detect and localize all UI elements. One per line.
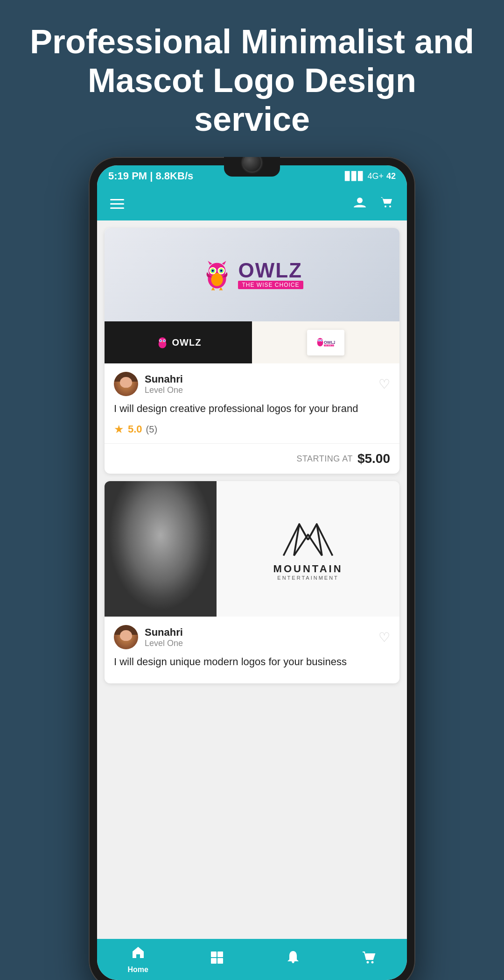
menu-line-2 [110,203,124,205]
card-1-image-area: OWLZ THE WISE CHOICE [105,228,399,363]
mountain-logo-area: MOUNTAIN ENTERTAINMENT [217,481,399,617]
header-icons [353,195,394,213]
menu-line-1 [110,199,124,200]
seller-level-1: Level One [145,385,183,395]
card-1-info: Sunahri Level One ♡ I will design creati… [105,363,399,443]
avatar-face-1 [120,377,132,388]
svg-text:OWLZ: OWLZ [324,340,335,344]
card-2-image-area: MOUNTAIN ENTERTAINMENT [105,481,399,617]
card-1-user-row: Sunahri Level One ♡ [114,372,390,396]
nav-grid[interactable] [210,950,224,969]
mountain-subtitle: ENTERTAINMENT [273,575,343,581]
seller-name-1: Sunahri [145,373,183,385]
owlz-brand-name: OWLZ [238,260,303,281]
page-header: Professional Minimalist and Mascot Logo … [0,0,504,152]
card-2-info: Sunahri Level One ♡ I will design unique… [105,617,399,683]
avatar-face-2 [120,630,132,641]
user-info-2: Sunahri Level One [145,626,183,648]
phone-wrapper: 5:19 PM | 8.8KB/s ▊▊▊ 4G+ 42 [0,152,504,980]
svg-point-2 [389,206,391,207]
card-2-user-left: Sunahri Level One [114,625,183,649]
user-icon[interactable] [353,195,367,213]
avatar-image-1 [114,372,138,396]
status-right: ▊▊▊ 4G+ 42 [345,171,396,181]
card-1-user-left: Sunahri Level One [114,372,183,396]
star-icon-1: ★ [114,423,124,436]
phone-frame: 5:19 PM | 8.8KB/s ▊▊▊ 4G+ 42 [89,157,415,980]
signal-icon: ▊▊▊ [345,171,364,181]
camera-lens [242,157,262,173]
page-title: Professional Minimalist and Mascot Logo … [28,22,476,138]
page: Professional Minimalist and Mascot Logo … [0,0,504,980]
nav-bell[interactable] [286,950,301,969]
favorite-button-1[interactable]: ♡ [378,376,390,392]
card-title-2: I will design unique modern logos for yo… [114,655,390,669]
menu-line-3 [110,207,124,209]
owlz-bottom-strip: OWLZ [105,321,399,363]
mountain-photo [105,481,217,617]
svg-point-1 [385,206,386,207]
mountain-photo-inner [105,481,217,617]
svg-marker-6 [208,261,212,265]
app-header [97,187,407,220]
card-1-price-footer: STARTING AT $5.00 [105,443,399,474]
svg-rect-40 [217,952,223,957]
bottom-nav: Home [97,939,407,980]
menu-button[interactable] [110,199,124,209]
svg-rect-41 [211,958,217,964]
nav-home[interactable]: Home [127,945,148,974]
wifi-icon: 4G+ [367,171,384,181]
svg-rect-39 [211,952,217,957]
nav-home-label: Home [127,966,148,974]
mountain-text-area: MOUNTAIN ENTERTAINMENT [273,563,343,581]
listing-card-1[interactable]: OWLZ THE WISE CHOICE [105,228,399,474]
camera-bump [224,157,280,177]
nav-cart[interactable] [362,950,377,969]
mountain-brand-name: MOUNTAIN [273,563,343,575]
user-info-1: Sunahri Level One [145,373,183,395]
battery-indicator: 42 [386,171,396,181]
home-icon [131,945,146,964]
rating-row-1: ★ 5.0 (5) [114,423,390,436]
seller-name-2: Sunahri [145,626,183,639]
svg-point-13 [212,270,214,272]
rating-value-1: 5.0 [128,423,142,435]
grid-icon [210,950,224,969]
owlz-small-brand-name: OWLZ [172,337,202,348]
favorite-button-2[interactable]: ♡ [378,630,390,645]
cart-bottom-icon [362,950,377,969]
phone-screen: 5:19 PM | 8.8KB/s ▊▊▊ 4G+ 42 [97,165,407,980]
svg-point-43 [366,961,369,964]
rating-count-1: (5) [146,424,157,435]
avatar-1 [114,372,138,396]
mountain-triangles-icon [280,517,336,559]
listing-card-2[interactable]: MOUNTAIN ENTERTAINMENT [105,481,399,683]
svg-rect-42 [217,958,223,964]
owlz-small-logo: OWLZ [155,335,202,349]
starting-at-label-1: STARTING AT [296,454,353,464]
svg-point-5 [211,273,223,286]
card-2-user-row: Sunahri Level One ♡ [114,625,390,649]
svg-point-32 [318,340,319,341]
screen-content[interactable]: OWLZ THE WISE CHOICE [97,220,407,939]
svg-point-33 [321,340,322,341]
svg-text:THE WISE CHOICE: THE WISE CHOICE [324,345,335,347]
owlz-light-mockup: OWLZ THE WISE CHOICE [252,321,399,363]
owlz-main-image: OWLZ THE WISE CHOICE [105,228,399,321]
owl-mascot-icon [201,258,233,291]
svg-point-26 [164,341,165,341]
svg-point-0 [357,198,363,203]
owlz-logo-container: OWLZ THE WISE CHOICE [201,258,303,291]
bell-icon [286,950,301,969]
svg-point-44 [371,961,373,964]
svg-marker-7 [222,261,226,265]
owlz-card-mockup: OWLZ THE WISE CHOICE [307,330,344,355]
owlz-dark-mockup: OWLZ [105,321,252,363]
svg-point-24 [160,341,161,341]
avatar-image-2 [114,625,138,649]
seller-level-2: Level One [145,639,183,648]
avatar-2 [114,625,138,649]
owlz-tagline: THE WISE CHOICE [238,281,303,289]
status-time: 5:19 PM | 8.8KB/s [108,170,193,182]
cart-icon[interactable] [380,195,394,213]
